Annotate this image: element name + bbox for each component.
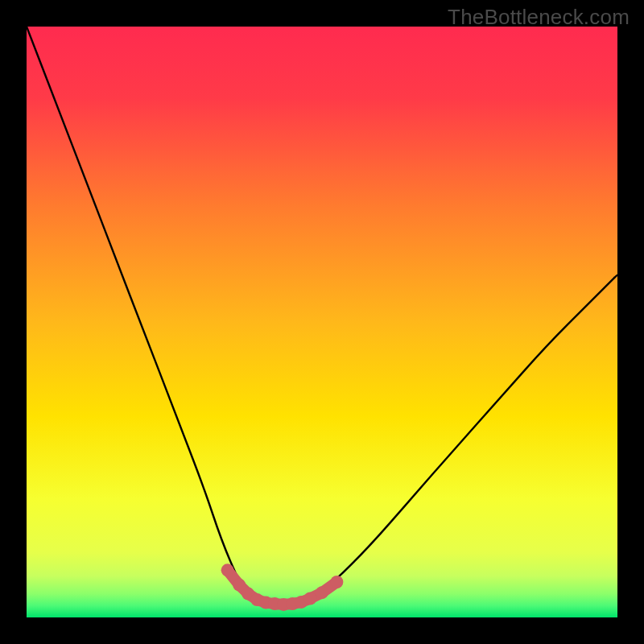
marker-dot <box>316 586 328 599</box>
watermark-text: TheBottleneck.com <box>448 5 630 30</box>
marker-dot <box>303 592 316 605</box>
plot-area <box>27 27 617 617</box>
gradient-background <box>27 27 617 617</box>
chart-frame: TheBottleneck.com <box>0 0 644 644</box>
marker-dot <box>221 564 234 576</box>
marker-dot <box>330 576 343 588</box>
chart-svg <box>27 27 617 617</box>
